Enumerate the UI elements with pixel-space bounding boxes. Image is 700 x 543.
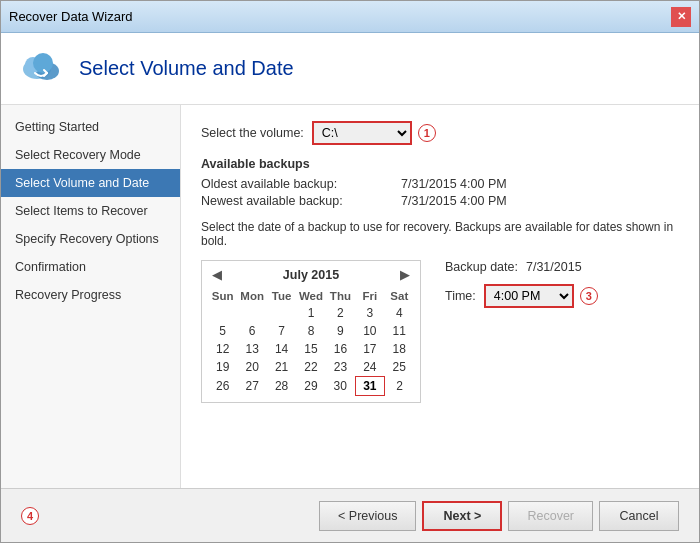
backups-info: Oldest available backup: 7/31/2015 4:00 … [201, 177, 679, 208]
calendar-prev-button[interactable]: ◀ [208, 267, 226, 282]
backup-date-panel: Backup date: 7/31/2015 Time: 4:00 PM 3 [445, 260, 598, 308]
sidebar-item-recovery-progress[interactable]: Recovery Progress [1, 281, 180, 309]
calendar-day-cell[interactable]: 2 [385, 377, 414, 396]
calendar-day-cell[interactable]: 14 [267, 340, 296, 358]
calendar-day-cell[interactable]: 24 [355, 358, 384, 377]
close-button[interactable]: ✕ [671, 7, 691, 27]
calendar-day-cell[interactable]: 27 [237, 377, 266, 396]
volume-select[interactable]: C:\ D:\ E:\ [312, 121, 412, 145]
calendar-day-cell[interactable]: 11 [385, 322, 414, 340]
calendar-day-cell[interactable]: 21 [267, 358, 296, 377]
cancel-button[interactable]: Cancel [599, 501, 679, 531]
oldest-label: Oldest available backup: [201, 177, 401, 191]
oldest-row: Oldest available backup: 7/31/2015 4:00 … [201, 177, 679, 191]
time-select-wrapper: 4:00 PM 3 [484, 284, 598, 308]
calendar-day-cell[interactable]: 7 [267, 322, 296, 340]
calendar-day-cell[interactable]: 31 [355, 377, 384, 396]
calendar-day-cell [208, 304, 237, 322]
sidebar-item-select-items[interactable]: Select Items to Recover [1, 197, 180, 225]
day-header-tue: Tue [267, 288, 296, 304]
time-row: Time: 4:00 PM 3 [445, 284, 598, 308]
calendar-backup-row: ◀ July 2015 ▶ Sun Mon Tue Wed Thu [201, 260, 679, 403]
calendar-day-cell[interactable]: 22 [296, 358, 325, 377]
calendar-day-cell[interactable]: 28 [267, 377, 296, 396]
volume-label: Select the volume: [201, 126, 304, 140]
step1-badge: 1 [418, 124, 436, 142]
calendar-day-cell[interactable]: 8 [296, 322, 325, 340]
day-header-sat: Sat [385, 288, 414, 304]
calendar-day-cell [237, 304, 266, 322]
header-area: Select Volume and Date [1, 33, 699, 105]
calendar-next-button[interactable]: ▶ [396, 267, 414, 282]
calendar-day-cell[interactable]: 26 [208, 377, 237, 396]
step4-badge: 4 [21, 507, 39, 525]
calendar-day-cell [267, 304, 296, 322]
calendar-day-cell[interactable]: 13 [237, 340, 266, 358]
backup-date-value: 7/31/2015 [526, 260, 582, 274]
backup-date-row: Backup date: 7/31/2015 [445, 260, 598, 274]
sidebar: Getting Started Select Recovery Mode Sel… [1, 105, 181, 488]
content-area: Getting Started Select Recovery Mode Sel… [1, 105, 699, 488]
calendar-day-cell[interactable]: 10 [355, 322, 384, 340]
sidebar-item-confirmation[interactable]: Confirmation [1, 253, 180, 281]
day-header-sun: Sun [208, 288, 237, 304]
calendar-day-cell[interactable]: 18 [385, 340, 414, 358]
calendar-day-cell[interactable]: 3 [355, 304, 384, 322]
day-header-thu: Thu [326, 288, 355, 304]
calendar-day-cell[interactable]: 6 [237, 322, 266, 340]
day-header-fri: Fri [355, 288, 384, 304]
time-label: Time: [445, 289, 476, 303]
newest-value: 7/31/2015 4:00 PM [401, 194, 507, 208]
sidebar-item-select-volume-date[interactable]: Select Volume and Date [1, 169, 180, 197]
time-select[interactable]: 4:00 PM [484, 284, 574, 308]
window-title: Recover Data Wizard [9, 9, 133, 24]
previous-button[interactable]: < Previous [319, 501, 416, 531]
main-content: Select the volume: C:\ D:\ E:\ 1 Availab… [181, 105, 699, 488]
calendar-day-cell[interactable]: 1 [296, 304, 325, 322]
select-date-text: Select the date of a backup to use for r… [201, 220, 679, 248]
calendar-grid: Sun Mon Tue Wed Thu Fri Sat 123456789101… [208, 288, 414, 396]
calendar-day-cell[interactable]: 20 [237, 358, 266, 377]
calendar-week-row: 567891011 [208, 322, 414, 340]
calendar-day-cell[interactable]: 16 [326, 340, 355, 358]
calendar-week-row: 12131415161718 [208, 340, 414, 358]
calendar-day-cell[interactable]: 25 [385, 358, 414, 377]
sidebar-item-select-recovery-mode[interactable]: Select Recovery Mode [1, 141, 180, 169]
day-header-mon: Mon [237, 288, 266, 304]
calendar-week-row: 19202122232425 [208, 358, 414, 377]
calendar-day-cell[interactable]: 15 [296, 340, 325, 358]
calendar-day-cell[interactable]: 19 [208, 358, 237, 377]
page-title: Select Volume and Date [79, 57, 294, 80]
calendar-day-cell[interactable]: 5 [208, 322, 237, 340]
calendar-header: ◀ July 2015 ▶ [208, 267, 414, 282]
backup-date-label: Backup date: [445, 260, 518, 274]
calendar-day-cell[interactable]: 30 [326, 377, 355, 396]
title-bar: Recover Data Wizard ✕ [1, 1, 699, 33]
volume-row: Select the volume: C:\ D:\ E:\ 1 [201, 121, 679, 145]
step3-badge: 3 [580, 287, 598, 305]
footer: 4 < Previous Next > Recover Cancel [1, 488, 699, 542]
newest-row: Newest available backup: 7/31/2015 4:00 … [201, 194, 679, 208]
calendar-week-row: 2627282930312 [208, 377, 414, 396]
calendar-wrapper: ◀ July 2015 ▶ Sun Mon Tue Wed Thu [201, 260, 421, 403]
sidebar-item-specify-recovery[interactable]: Specify Recovery Options [1, 225, 180, 253]
next-button[interactable]: Next > [422, 501, 502, 531]
day-header-wed: Wed [296, 288, 325, 304]
calendar-day-cell[interactable]: 17 [355, 340, 384, 358]
calendar-day-cell[interactable]: 4 [385, 304, 414, 322]
calendar-month-year: July 2015 [283, 268, 339, 282]
calendar-days-header-row: Sun Mon Tue Wed Thu Fri Sat [208, 288, 414, 304]
recover-button[interactable]: Recover [508, 501, 593, 531]
calendar-week-row: 1234 [208, 304, 414, 322]
calendar-day-cell[interactable]: 23 [326, 358, 355, 377]
calendar-day-cell[interactable]: 9 [326, 322, 355, 340]
newest-label: Newest available backup: [201, 194, 401, 208]
header-icon [17, 45, 65, 93]
calendar-day-cell[interactable]: 12 [208, 340, 237, 358]
backups-section-title: Available backups [201, 157, 679, 171]
calendar-day-cell[interactable]: 2 [326, 304, 355, 322]
oldest-value: 7/31/2015 4:00 PM [401, 177, 507, 191]
calendar-day-cell[interactable]: 29 [296, 377, 325, 396]
sidebar-item-getting-started[interactable]: Getting Started [1, 113, 180, 141]
wizard-window: Recover Data Wizard ✕ Select Volume and … [0, 0, 700, 543]
